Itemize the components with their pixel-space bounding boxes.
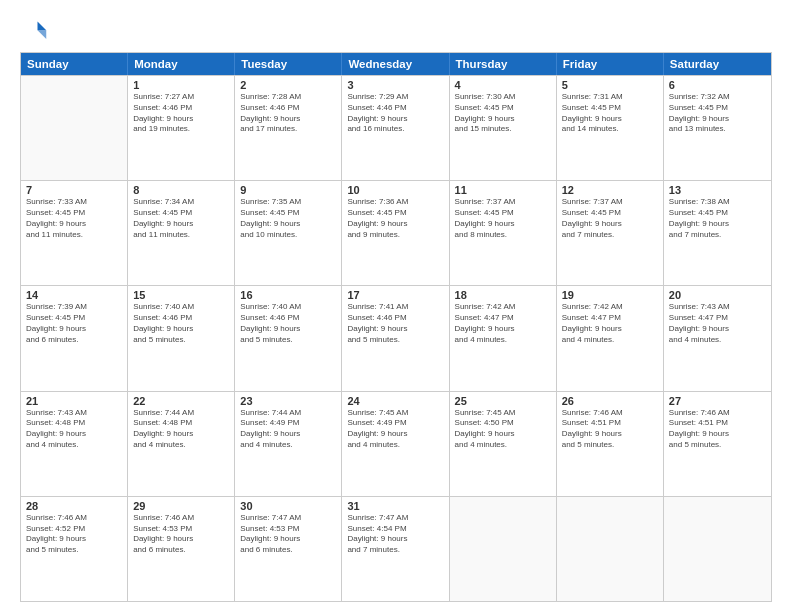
- calendar-cell: 18Sunrise: 7:42 AMSunset: 4:47 PMDayligh…: [450, 286, 557, 390]
- day-number: 30: [240, 500, 336, 512]
- cell-info-line: and 11 minutes.: [26, 230, 122, 241]
- cell-info-line: and 5 minutes.: [347, 335, 443, 346]
- calendar-cell: 14Sunrise: 7:39 AMSunset: 4:45 PMDayligh…: [21, 286, 128, 390]
- cell-info-line: Sunset: 4:48 PM: [26, 418, 122, 429]
- calendar-row: 1Sunrise: 7:27 AMSunset: 4:46 PMDaylight…: [21, 75, 771, 180]
- cell-info-line: and 19 minutes.: [133, 124, 229, 135]
- cell-info-line: Sunrise: 7:40 AM: [240, 302, 336, 313]
- cell-info-line: Daylight: 9 hours: [562, 429, 658, 440]
- cell-info-line: Daylight: 9 hours: [26, 429, 122, 440]
- cell-info-line: Daylight: 9 hours: [240, 429, 336, 440]
- calendar-cell: 16Sunrise: 7:40 AMSunset: 4:46 PMDayligh…: [235, 286, 342, 390]
- cell-info-line: Sunrise: 7:47 AM: [240, 513, 336, 524]
- cell-info-line: Sunset: 4:45 PM: [455, 208, 551, 219]
- cell-info-line: Sunset: 4:53 PM: [133, 524, 229, 535]
- calendar-cell: 24Sunrise: 7:45 AMSunset: 4:49 PMDayligh…: [342, 392, 449, 496]
- cell-info-line: Daylight: 9 hours: [133, 534, 229, 545]
- day-number: 27: [669, 395, 766, 407]
- calendar-cell: 25Sunrise: 7:45 AMSunset: 4:50 PMDayligh…: [450, 392, 557, 496]
- cell-info-line: Sunrise: 7:28 AM: [240, 92, 336, 103]
- calendar-cell: 23Sunrise: 7:44 AMSunset: 4:49 PMDayligh…: [235, 392, 342, 496]
- cell-info-line: Sunset: 4:45 PM: [562, 103, 658, 114]
- cell-info-line: and 4 minutes.: [669, 335, 766, 346]
- cell-info-line: Sunrise: 7:36 AM: [347, 197, 443, 208]
- calendar-cell: 4Sunrise: 7:30 AMSunset: 4:45 PMDaylight…: [450, 76, 557, 180]
- day-number: 20: [669, 289, 766, 301]
- cell-info-line: Daylight: 9 hours: [347, 324, 443, 335]
- day-number: 21: [26, 395, 122, 407]
- logo-icon: [20, 18, 48, 46]
- day-number: 1: [133, 79, 229, 91]
- day-number: 29: [133, 500, 229, 512]
- cell-info-line: Sunrise: 7:47 AM: [347, 513, 443, 524]
- cell-info-line: Sunrise: 7:44 AM: [240, 408, 336, 419]
- calendar-cell: [664, 497, 771, 601]
- calendar-row: 14Sunrise: 7:39 AMSunset: 4:45 PMDayligh…: [21, 285, 771, 390]
- calendar-cell: 2Sunrise: 7:28 AMSunset: 4:46 PMDaylight…: [235, 76, 342, 180]
- cell-info-line: Sunset: 4:45 PM: [133, 208, 229, 219]
- day-number: 17: [347, 289, 443, 301]
- cell-info-line: Sunrise: 7:37 AM: [455, 197, 551, 208]
- cell-info-line: Daylight: 9 hours: [669, 324, 766, 335]
- cell-info-line: Daylight: 9 hours: [669, 219, 766, 230]
- calendar-row: 7Sunrise: 7:33 AMSunset: 4:45 PMDaylight…: [21, 180, 771, 285]
- header: [20, 18, 772, 46]
- cell-info-line: Sunset: 4:46 PM: [133, 313, 229, 324]
- cell-info-line: Daylight: 9 hours: [455, 324, 551, 335]
- cell-info-line: and 5 minutes.: [669, 440, 766, 451]
- cell-info-line: and 4 minutes.: [26, 440, 122, 451]
- calendar-cell: 22Sunrise: 7:44 AMSunset: 4:48 PMDayligh…: [128, 392, 235, 496]
- cell-info-line: Sunrise: 7:32 AM: [669, 92, 766, 103]
- cell-info-line: Sunrise: 7:42 AM: [562, 302, 658, 313]
- cell-info-line: Daylight: 9 hours: [133, 429, 229, 440]
- cell-info-line: and 7 minutes.: [562, 230, 658, 241]
- cell-info-line: Sunset: 4:45 PM: [669, 103, 766, 114]
- cell-info-line: Sunrise: 7:44 AM: [133, 408, 229, 419]
- cell-info-line: Sunrise: 7:35 AM: [240, 197, 336, 208]
- cell-info-line: Sunrise: 7:46 AM: [562, 408, 658, 419]
- cell-info-line: Sunrise: 7:42 AM: [455, 302, 551, 313]
- cell-info-line: Sunset: 4:48 PM: [133, 418, 229, 429]
- cell-info-line: Sunset: 4:45 PM: [26, 208, 122, 219]
- cell-info-line: Daylight: 9 hours: [455, 114, 551, 125]
- calendar-cell: 15Sunrise: 7:40 AMSunset: 4:46 PMDayligh…: [128, 286, 235, 390]
- cell-info-line: Sunrise: 7:39 AM: [26, 302, 122, 313]
- cell-info-line: Daylight: 9 hours: [26, 534, 122, 545]
- calendar-cell: 7Sunrise: 7:33 AMSunset: 4:45 PMDaylight…: [21, 181, 128, 285]
- cell-info-line: and 16 minutes.: [347, 124, 443, 135]
- cell-info-line: and 4 minutes.: [240, 440, 336, 451]
- cell-info-line: Sunrise: 7:40 AM: [133, 302, 229, 313]
- calendar-cell: 10Sunrise: 7:36 AMSunset: 4:45 PMDayligh…: [342, 181, 449, 285]
- cell-info-line: and 11 minutes.: [133, 230, 229, 241]
- cell-info-line: Sunrise: 7:29 AM: [347, 92, 443, 103]
- cell-info-line: Daylight: 9 hours: [240, 324, 336, 335]
- calendar-cell: 28Sunrise: 7:46 AMSunset: 4:52 PMDayligh…: [21, 497, 128, 601]
- cell-info-line: Daylight: 9 hours: [133, 324, 229, 335]
- calendar-cell: 27Sunrise: 7:46 AMSunset: 4:51 PMDayligh…: [664, 392, 771, 496]
- day-number: 16: [240, 289, 336, 301]
- cell-info-line: Sunset: 4:46 PM: [240, 313, 336, 324]
- cell-info-line: and 8 minutes.: [455, 230, 551, 241]
- cell-info-line: Daylight: 9 hours: [669, 114, 766, 125]
- cell-info-line: Sunset: 4:45 PM: [669, 208, 766, 219]
- cell-info-line: and 5 minutes.: [26, 545, 122, 556]
- cell-info-line: and 6 minutes.: [26, 335, 122, 346]
- cell-info-line: Daylight: 9 hours: [669, 429, 766, 440]
- cell-info-line: Sunrise: 7:46 AM: [26, 513, 122, 524]
- day-number: 6: [669, 79, 766, 91]
- cell-info-line: Sunrise: 7:46 AM: [669, 408, 766, 419]
- cell-info-line: Sunrise: 7:45 AM: [455, 408, 551, 419]
- cell-info-line: Sunrise: 7:41 AM: [347, 302, 443, 313]
- calendar-row: 21Sunrise: 7:43 AMSunset: 4:48 PMDayligh…: [21, 391, 771, 496]
- calendar-cell: [450, 497, 557, 601]
- weekday-header: Saturday: [664, 53, 771, 75]
- calendar-cell: 12Sunrise: 7:37 AMSunset: 4:45 PMDayligh…: [557, 181, 664, 285]
- cell-info-line: Sunset: 4:45 PM: [26, 313, 122, 324]
- calendar-header: SundayMondayTuesdayWednesdayThursdayFrid…: [21, 53, 771, 75]
- cell-info-line: and 7 minutes.: [347, 545, 443, 556]
- calendar-row: 28Sunrise: 7:46 AMSunset: 4:52 PMDayligh…: [21, 496, 771, 601]
- cell-info-line: Daylight: 9 hours: [562, 324, 658, 335]
- day-number: 31: [347, 500, 443, 512]
- cell-info-line: Sunrise: 7:46 AM: [133, 513, 229, 524]
- cell-info-line: and 4 minutes.: [455, 440, 551, 451]
